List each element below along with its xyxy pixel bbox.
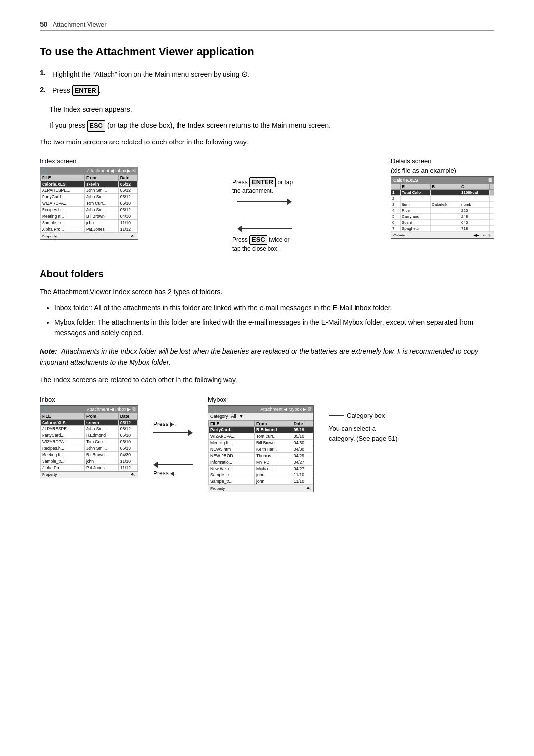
table-row: ALPARESPE...John Smi...05/12 — [41, 425, 138, 432]
esc-note-text: If you press ESC (or tap the close box),… — [49, 120, 494, 132]
table-row: New Wiza...Michael ...04/27 — [209, 465, 313, 472]
mybox-screen-area: Mybox 📎 Attachment ◀ Mybox ▶ ☒ Category … — [208, 396, 314, 492]
category-label: Category — [210, 414, 228, 419]
xls-device-screen: Calorie.XLS ☒ R B C 1 Total Calo 1108kca… — [391, 176, 494, 239]
press-right-group: Press . — [153, 421, 193, 436]
table-row: Calorie.XLSskevin05/12 — [41, 419, 138, 425]
arrow-head-right2 — [188, 429, 193, 436]
xls-header: Calorie.XLS ☒ — [391, 177, 494, 184]
xls-row: 5 Carry and... 248 — [391, 214, 494, 220]
index-header-title: Attachment ◀ Inbox ▶ ☒ — [87, 168, 136, 173]
table-row: Alpha Pro...Pat.Jones11/12 — [41, 464, 138, 471]
index-device-footer: Property ☘↓ — [40, 233, 138, 239]
table-row: Sample_tr...john11/10 — [41, 458, 138, 464]
xls-row: 2 — [391, 196, 494, 202]
esc-key-inline: ESC — [87, 120, 105, 132]
index-screen-label: Index screen — [40, 157, 76, 165]
diagram2-arrows: Press . Press . — [153, 396, 193, 477]
xls-col-header: R B C — [391, 184, 494, 190]
table-row: PartyCard...R.Edmond05/10 — [41, 432, 138, 438]
xls-col-r: R — [401, 184, 431, 189]
folder-bullet-list: Inbox folder: All of the attachments in … — [54, 302, 494, 338]
xls-row: 1 Total Calo 1108kcal — [391, 190, 494, 196]
mybox-label: Mybox — [208, 396, 226, 403]
xls-footer-icons: ◀▶ ⇐ ☕ — [473, 233, 492, 237]
arrow-line-left — [242, 228, 292, 229]
table-row: Meeting It...Bill Brown04/30 — [41, 213, 138, 220]
mybox-col-file: FILE — [209, 420, 255, 426]
table-row: Meeting It...Bill Brown04/30 — [41, 451, 138, 458]
enter-key-step2: ENTER — [72, 85, 99, 96]
table-row: NEWS.htmKeith Har...04/30 — [209, 446, 313, 452]
table-row: PartyCard...John Smi...05/12 — [41, 194, 138, 200]
press-left-group: Press . — [153, 461, 193, 477]
table-row: Informatio...MY PC04/27 — [209, 459, 313, 465]
col-file: FILE — [41, 175, 85, 181]
table-row: WIZARDPA...Tom Curr...05/10 — [41, 438, 138, 445]
enter-key-diagram: ENTER — [249, 177, 276, 187]
right-tri-icon — [170, 422, 174, 427]
left-tri-icon — [170, 472, 174, 476]
mybox-col-from: From — [255, 420, 292, 426]
inbox-footer-icons: ☘↓ — [131, 472, 136, 477]
mybox-col-date: Date — [292, 420, 313, 426]
right-arrow — [237, 198, 292, 205]
press-left-label: Press . — [153, 470, 176, 477]
table-row: Sample_tr...john11/10 — [209, 478, 313, 484]
inbox-header-title: Attachment ◀ Inbox ▶ ☒ — [87, 407, 136, 412]
inbox-folder-item: Inbox folder: All of the attachments in … — [54, 302, 494, 313]
step-1: 1. Highlight the “Attach” icon on the Ma… — [40, 68, 494, 80]
table-row: PartyCard...R.Edmond05/19 — [209, 426, 313, 433]
step-1-text: Highlight the “Attach” icon on the Main … — [52, 68, 250, 80]
index-device-screen: 📎 Attachment ◀ Inbox ▶ ☒ FILE From Date … — [40, 167, 138, 240]
arrow-head-left2 — [153, 461, 158, 468]
jog-icon: ⊙ — [241, 70, 248, 78]
property-label: Property — [42, 234, 57, 238]
main-heading: To use the Attachment Viewer application — [40, 46, 494, 58]
table-row: Recipes.h...John Smi...05/12 — [41, 207, 138, 213]
two-screens-note: The two main screens are related to each… — [40, 137, 494, 147]
arrow-line-right2 — [153, 432, 188, 433]
table-row: Meeting It...Bill Brown04/30 — [209, 439, 313, 446]
about-folders-text: The Attachment Viewer Index screen has 2… — [40, 286, 494, 297]
xls-footer: Calorie... ◀▶ ⇐ ☕ — [391, 232, 494, 238]
back-arrow-group: Press ESC twice or tap the close box. — [232, 225, 297, 253]
mybox-device-header: 📎 Attachment ◀ Mybox ▶ ☒ — [208, 406, 313, 413]
index-table: FILE From Date Calorie.XLSskevin05/12 AL… — [40, 174, 138, 233]
inbox-label: Inbox — [40, 396, 55, 403]
xls-col-empty — [391, 184, 401, 189]
mybox-header-icon: 📎 — [210, 407, 216, 412]
annotation-line — [329, 415, 344, 416]
xls-row: 6 Sushi 640 — [391, 220, 494, 226]
mybox-property-label: Property — [210, 486, 225, 491]
step-2-text: Press ENTER. — [52, 85, 101, 96]
category-value: All — [231, 414, 236, 419]
mybox-device-screen: 📎 Attachment ◀ Mybox ▶ ☒ Category All ▼ … — [208, 405, 314, 492]
inbox-property-label: Property — [42, 472, 57, 477]
diagram-2: Inbox 📎 Attachment ◀ Inbox ▶ ☒ FILE From… — [40, 396, 494, 492]
arrow-head-right — [287, 198, 292, 205]
footer-icons: ☘↓ — [131, 234, 136, 238]
note-label: Note: — [40, 347, 61, 355]
page-header: 50 Attachment Viewer — [40, 20, 494, 31]
press-esc-label: Press ESC twice or tap the close box. — [232, 235, 297, 253]
col-date: Date — [118, 175, 137, 181]
inbox-table: FILE From Date Calorie.XLSskevin05/12 AL… — [40, 413, 138, 471]
forward-arrow-group: Press ENTER or tap the attachment. — [232, 177, 297, 205]
page-number: 50 — [40, 20, 48, 28]
note-text: Attachments in the Inbox folder will be … — [40, 347, 478, 366]
inbox-device-screen: 📎 Attachment ◀ Inbox ▶ ☒ FILE From Date … — [40, 405, 138, 478]
table-row: Sample_tr...john11/10 — [41, 220, 138, 226]
index-appears-text: The Index screen appears. — [49, 104, 494, 115]
inbox-device-header: 📎 Attachment ◀ Inbox ▶ ☒ — [40, 406, 138, 413]
mybox-table: FILE From Date PartyCard...R.Edmond05/19… — [208, 420, 313, 485]
table-row: WIZARDPA...Tom Curr...05/10 — [209, 433, 313, 439]
section-title: Attachment Viewer — [53, 21, 107, 28]
press-right-label: Press . — [153, 421, 176, 427]
category-dropdown-icon: ▼ — [239, 414, 244, 419]
right-arrow-2 — [153, 429, 193, 436]
index-device-header: 📎 Attachment ◀ Inbox ▶ ☒ — [40, 167, 138, 174]
about-folders-heading: About folders — [40, 268, 494, 280]
xls-title: Calorie.XLS — [393, 178, 418, 183]
table-row: Alpha Pro...Pat.Jones11/12 — [41, 226, 138, 233]
